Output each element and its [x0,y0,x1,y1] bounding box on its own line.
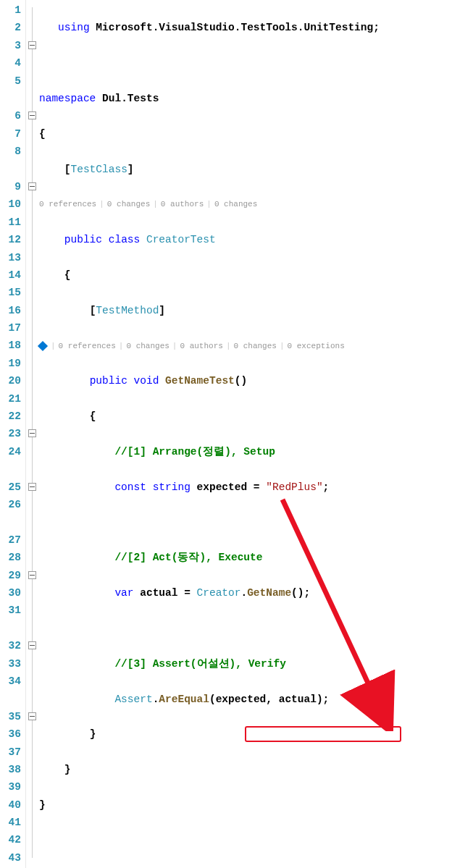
line-number: 38 [0,761,21,778]
line-number: 12 [0,231,21,248]
fold-toggle-icon[interactable] [28,483,36,491]
line-number: 8 [0,143,21,160]
line-number: 1 [0,1,21,19]
line-number: 29 [0,567,21,584]
string-literal: "RedPlus" [266,481,322,493]
line-number: 39 [0,778,21,796]
line-number: 35 [0,690,21,725]
codelens[interactable]: |0 references|0 changes|0 authors|0 chan… [39,337,452,355]
comment: //[3] Assert(어설션), Verify [114,658,285,670]
comment: //[2] Act(동작), Execute [114,552,262,563]
line-number: 7 [0,125,21,143]
line-number: 15 [0,284,21,301]
fold-toggle-icon[interactable] [28,641,36,649]
line-number: 21 [0,390,21,408]
line-number: 43 [0,849,21,867]
line-number: 37 [0,743,21,761]
line-number: 25 [0,460,21,496]
code-content[interactable]: using Microsoft.VisualStudio.TestTools.U… [39,0,452,868]
line-number: 2 [0,19,21,36]
line-number: 41 [0,814,21,831]
line-number: 13 [0,249,21,266]
line-number: 22 [0,408,21,425]
fold-toggle-icon[interactable] [28,571,36,579]
line-number: 11 [0,214,21,231]
line-number: 26 [0,496,21,513]
line-number: 36 [0,725,21,743]
line-number: 27 [0,513,21,549]
attribute-testmethod: TestMethod [96,305,159,316]
line-number: 5 [0,72,21,90]
line-number: 28 [0,549,21,566]
line-number: 10 [0,195,21,213]
code-editor[interactable]: 1 2 3 4 5 6 7 8 9 10 11 12 13 14 15 16 1… [0,0,452,868]
line-number: 23 [0,425,21,442]
comment: //[1] Arrange(정렬), Setup [114,446,275,458]
line-number: 42 [0,831,21,848]
keyword-using: using [58,22,90,33]
line-number: 19 [0,355,21,372]
line-number: 31 [0,602,21,619]
fold-toggle-icon[interactable] [28,182,36,190]
line-number: 20 [0,372,21,389]
method-getnametest: GetNameTest [165,375,235,387]
line-number: 34 [0,673,21,690]
keyword-namespace: namespace [39,93,96,104]
line-number-gutter: 1 2 3 4 5 6 7 8 9 10 11 12 13 14 15 16 1… [0,0,26,868]
fold-toggle-icon[interactable] [28,41,36,49]
line-number: 4 [0,54,21,72]
fold-column [26,0,39,868]
line-number: 40 [0,796,21,814]
class-creatortest: CreatorTest [140,234,215,245]
attribute-testclass: TestClass [71,164,127,175]
fold-toggle-icon[interactable] [28,429,36,437]
line-number: 18 [0,337,21,354]
line-number: 32 [0,620,21,655]
line-number: 6 [0,90,21,125]
line-number: 16 [0,302,21,319]
fold-toggle-icon[interactable] [28,712,36,720]
line-number: 3 [0,37,21,54]
line-number: 33 [0,655,21,673]
line-number: 9 [0,161,21,196]
codelens[interactable]: 0 references|0 changes|0 authors|0 chang… [39,195,452,213]
fold-toggle-icon[interactable] [28,111,36,119]
line-number: 14 [0,266,21,284]
line-number: 17 [0,319,21,337]
line-number: 24 [0,443,21,460]
info-icon [38,341,48,351]
line-number: 30 [0,584,21,602]
